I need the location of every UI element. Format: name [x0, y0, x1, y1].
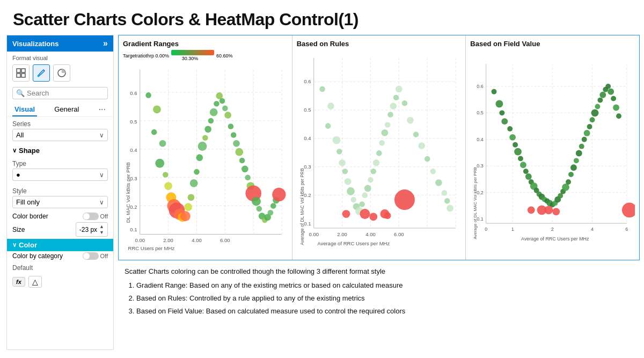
- series-dropdown[interactable]: All ∨: [12, 129, 108, 141]
- svg-text:6: 6: [626, 227, 628, 232]
- visualizations-header: Visualizations »: [7, 35, 113, 52]
- svg-text:0.3: 0.3: [477, 163, 484, 169]
- svg-point-207: [553, 208, 560, 215]
- svg-text:0.3: 0.3: [304, 164, 311, 170]
- svg-point-30: [153, 105, 161, 113]
- svg-text:0.1: 0.1: [304, 221, 311, 227]
- chart2-svg: Average of DL MAC Vol kBits per PRB: [297, 50, 462, 259]
- brush-icon-btn[interactable]: [33, 64, 50, 82]
- svg-point-164: [496, 100, 503, 108]
- size-arrows[interactable]: ▲ ▼: [99, 224, 104, 235]
- expand-icon[interactable]: »: [103, 39, 108, 48]
- default-section: Default: [7, 261, 113, 274]
- color-border-state: Off: [100, 213, 108, 220]
- svg-point-34: [163, 172, 169, 178]
- tab-general[interactable]: General: [52, 103, 81, 116]
- color-by-category-pill[interactable]: [83, 252, 99, 260]
- svg-point-168: [510, 134, 516, 141]
- gradient-label-mid: 30.30%: [182, 56, 199, 61]
- svg-point-194: [579, 144, 584, 149]
- search-icon: 🔍: [16, 89, 25, 97]
- svg-point-204: [528, 206, 535, 214]
- color-by-category-toggle[interactable]: Off: [83, 252, 108, 260]
- type-value: ●: [16, 171, 20, 179]
- size-up-arrow[interactable]: ▲: [99, 224, 104, 229]
- svg-point-116: [376, 150, 382, 156]
- svg-text:6.00: 6.00: [220, 237, 230, 243]
- search-box[interactable]: 🔍: [12, 87, 108, 99]
- svg-point-196: [584, 130, 590, 136]
- tab-visual[interactable]: Visual: [12, 103, 37, 116]
- svg-point-171: [518, 156, 523, 161]
- svg-point-134: [425, 156, 430, 162]
- svg-point-113: [368, 177, 374, 183]
- left-panel: Visualizations » Format visual: [6, 35, 114, 350]
- svg-point-114: [370, 169, 376, 174]
- svg-text:Average of RRC Users per MHz: Average of RRC Users per MHz: [317, 240, 390, 246]
- svg-point-213: [616, 113, 621, 119]
- svg-point-60: [235, 148, 243, 156]
- type-dropdown[interactable]: ● ∨: [12, 169, 108, 181]
- analytics-icon-btn[interactable]: [53, 64, 70, 82]
- svg-text:0.4: 0.4: [477, 137, 484, 142]
- svg-point-132: [413, 131, 419, 137]
- gradient-bar-row: Targetratiothrp 0.00% 30.30% 60.60%: [123, 50, 288, 61]
- svg-point-111: [362, 192, 368, 198]
- gradient-label-right: 60.60%: [216, 53, 233, 59]
- svg-point-47: [198, 142, 207, 151]
- analytics-icon: [57, 68, 67, 78]
- series-label: Series: [12, 120, 108, 128]
- svg-point-209: [606, 84, 611, 89]
- charts-row: Gradient Ranges Targetratiothrp 0.00% 30…: [118, 35, 640, 260]
- chart-based-on-rules: Based on Rules Average of DL MAC Vol kBi…: [292, 35, 466, 260]
- paint-button[interactable]: △: [28, 276, 42, 288]
- svg-point-66: [252, 197, 261, 206]
- svg-point-136: [435, 179, 442, 186]
- svg-text:0.3: 0.3: [130, 176, 137, 181]
- fx-button[interactable]: fx: [12, 277, 25, 287]
- size-down-arrow[interactable]: ▼: [99, 230, 104, 235]
- svg-point-192: [574, 158, 579, 163]
- grid-icon-btn[interactable]: [12, 64, 30, 82]
- svg-point-121: [390, 103, 397, 109]
- svg-text:6.00: 6.00: [394, 231, 404, 237]
- svg-point-112: [364, 185, 371, 192]
- chart2-y-label: Average of DL MAC Vol kBits per PRB: [299, 168, 304, 245]
- svg-point-4: [38, 75, 40, 77]
- series-section: Series All ∨: [7, 117, 113, 144]
- size-input[interactable]: -23 px ▲ ▼: [76, 222, 108, 237]
- svg-point-120: [387, 112, 393, 118]
- svg-point-50: [208, 118, 214, 124]
- svg-point-43: [188, 194, 195, 201]
- type-section: Type ● ∨: [7, 157, 113, 184]
- color-border-pill[interactable]: [83, 213, 99, 220]
- svg-point-99: [327, 103, 334, 109]
- svg-text:0.2: 0.2: [477, 190, 484, 195]
- size-value: -23 px: [79, 226, 97, 233]
- style-dropdown[interactable]: Fill only ∨: [12, 196, 108, 208]
- svg-point-58: [231, 132, 237, 138]
- color-section-header[interactable]: ∨ Color: [7, 239, 113, 251]
- svg-point-118: [381, 129, 388, 136]
- bottom-notes: Scatter Charts coloring can be controlle…: [118, 260, 640, 320]
- color-by-category-state: Off: [100, 253, 108, 259]
- tab-dots[interactable]: ···: [97, 103, 108, 116]
- svg-point-198: [590, 117, 595, 122]
- svg-point-211: [611, 96, 616, 101]
- shape-collapsible[interactable]: ∨ Shape: [7, 144, 113, 157]
- shape-label: Shape: [19, 147, 40, 155]
- svg-point-61: [239, 158, 245, 164]
- tab-row: Visual General ···: [7, 103, 113, 117]
- svg-text:4: 4: [591, 227, 594, 232]
- svg-rect-0: [17, 69, 20, 72]
- svg-text:RRC Users per MHz: RRC Users per MHz: [128, 245, 175, 251]
- gradient-label-left: Targetratiothrp 0.00%: [123, 53, 169, 59]
- svg-point-74: [272, 188, 286, 201]
- size-label: Size: [12, 226, 25, 233]
- default-label: Default: [12, 264, 108, 272]
- svg-point-212: [613, 105, 619, 111]
- chart1-svg: DL MAC Vol kBits per PRB: [123, 62, 288, 259]
- color-border-toggle[interactable]: Off: [83, 213, 108, 220]
- svg-point-32: [159, 140, 166, 147]
- search-input[interactable]: [27, 89, 104, 97]
